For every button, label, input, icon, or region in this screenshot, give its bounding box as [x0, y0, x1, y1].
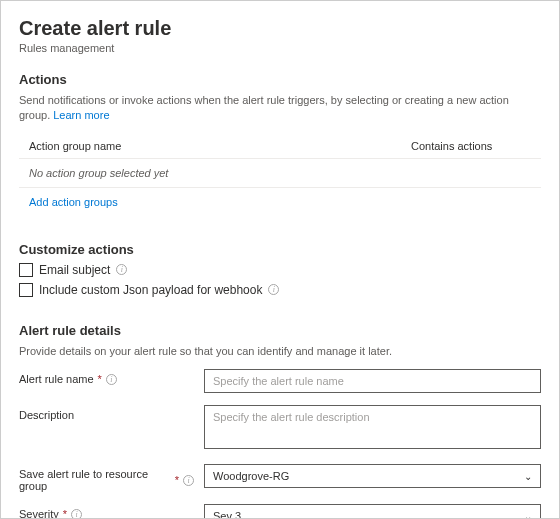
info-icon[interactable] — [116, 264, 127, 275]
info-icon[interactable] — [71, 509, 82, 519]
description-label: Description — [19, 405, 194, 421]
json-payload-checkbox[interactable] — [19, 283, 33, 297]
json-payload-label: Include custom Json payload for webhook — [39, 283, 262, 297]
resource-group-label: Save alert rule to resource group * — [19, 464, 194, 492]
col-action-group-name: Action group name — [29, 140, 411, 152]
info-icon[interactable] — [183, 475, 194, 486]
resource-group-select[interactable]: Woodgrove-RG ⌄ — [204, 464, 541, 488]
info-icon[interactable] — [268, 284, 279, 295]
page-subtitle: Rules management — [19, 42, 541, 54]
customize-heading: Customize actions — [19, 242, 541, 257]
actions-heading: Actions — [19, 72, 541, 87]
severity-label: Severity * — [19, 504, 194, 519]
alert-rule-name-input[interactable] — [204, 369, 541, 393]
email-subject-checkbox[interactable] — [19, 263, 33, 277]
chevron-down-icon: ⌄ — [524, 471, 532, 482]
alert-rule-name-label: Alert rule name * — [19, 369, 194, 385]
add-action-groups-link[interactable]: Add action groups — [19, 188, 128, 216]
details-heading: Alert rule details — [19, 323, 541, 338]
learn-more-link[interactable]: Learn more — [53, 109, 109, 121]
customize-actions-section: Customize actions Email subject Include … — [19, 242, 541, 297]
action-group-table-header: Action group name Contains actions — [19, 134, 541, 158]
details-description: Provide details on your alert rule so th… — [19, 344, 541, 359]
email-subject-label: Email subject — [39, 263, 110, 277]
actions-section: Actions Send notifications or invoke act… — [19, 72, 541, 216]
page-title: Create alert rule — [19, 17, 541, 40]
chevron-down-icon: ⌄ — [524, 511, 532, 519]
actions-description: Send notifications or invoke actions whe… — [19, 93, 541, 124]
info-icon[interactable] — [106, 374, 117, 385]
col-contains-actions: Contains actions — [411, 140, 531, 152]
action-group-empty-row: No action group selected yet — [19, 158, 541, 188]
description-input[interactable] — [204, 405, 541, 449]
alert-rule-details-section: Alert rule details Provide details on yo… — [19, 323, 541, 519]
severity-select[interactable]: Sev 3 ⌄ — [204, 504, 541, 519]
